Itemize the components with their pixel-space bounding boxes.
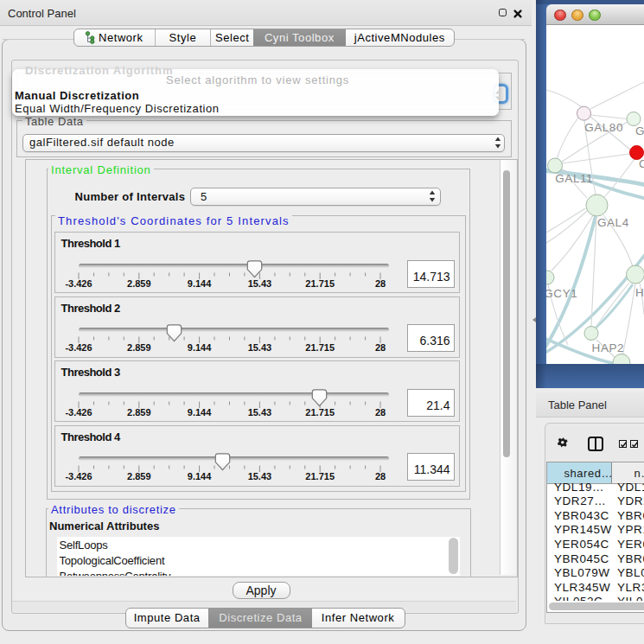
svg-text:HAP2: HAP2 [592, 341, 624, 354]
svg-text:GAL4: GAL4 [597, 216, 629, 229]
svg-text:GAL11: GAL11 [555, 171, 593, 184]
svg-text:GA: GA [635, 124, 644, 137]
svg-text:C: C [639, 157, 644, 170]
svg-text:GAL80: GAL80 [584, 120, 623, 133]
svg-text:H: H [635, 285, 644, 298]
svg-text:GCY1: GCY1 [546, 287, 577, 300]
